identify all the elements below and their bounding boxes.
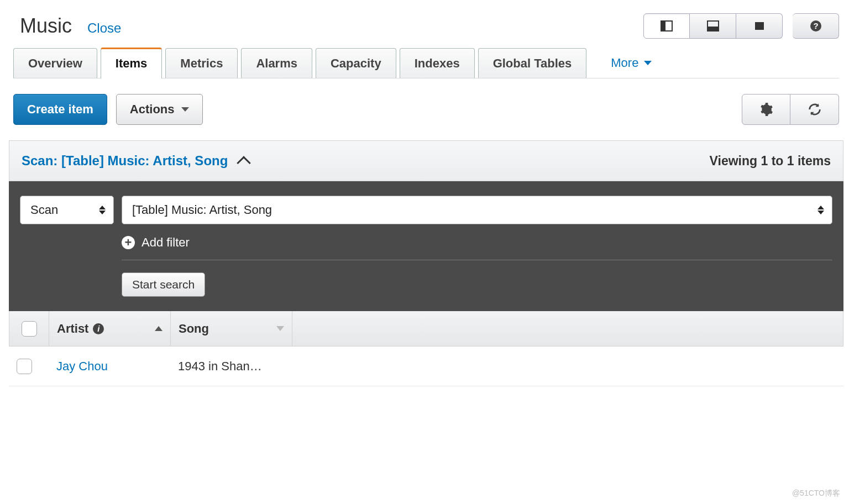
column-artist[interactable]: Artist i [49, 311, 171, 346]
plus-circle-icon: + [122, 236, 135, 249]
view-bottom-panel-button[interactable] [690, 13, 736, 39]
scan-table-value: [Table] Music: Artist, Song [132, 203, 272, 217]
table-row: Jay Chou 1943 in Shan… [9, 347, 843, 386]
add-filter-button[interactable]: + Add filter [122, 224, 832, 260]
scan-summary-toggle[interactable]: Scan: [Table] Music: Artist, Song [22, 153, 249, 169]
chevron-down-icon [181, 107, 189, 112]
column-song-label: Song [179, 322, 209, 336]
column-song[interactable]: Song [171, 311, 292, 346]
gear-icon [759, 102, 773, 117]
scan-summary-text: Scan: [Table] Music: Artist, Song [22, 153, 228, 169]
create-item-button[interactable]: Create item [13, 94, 107, 125]
help-icon: ? [809, 19, 822, 33]
tabs-more[interactable]: More [611, 48, 652, 78]
svg-text:?: ? [813, 21, 818, 30]
tab-items[interactable]: Items [101, 48, 162, 78]
checkbox-icon [17, 359, 32, 374]
chevron-up-icon [237, 156, 251, 170]
create-item-label: Create item [27, 102, 93, 117]
panel-full-icon [753, 19, 766, 33]
tab-overview[interactable]: Overview [13, 48, 97, 78]
items-toolbar: Create item Actions [13, 78, 839, 140]
svg-rect-4 [755, 22, 764, 30]
tab-global-tables[interactable]: Global Tables [478, 48, 587, 78]
scan-panel: Scan [Table] Music: Artist, Song + Add f… [9, 181, 843, 311]
svg-rect-3 [708, 27, 719, 31]
page-header: Music Close ? [13, 0, 839, 41]
tab-metrics[interactable]: Metrics [165, 48, 238, 78]
row-song-value: 1943 in Shan… [170, 359, 292, 374]
checkbox-icon [22, 321, 37, 337]
sort-inactive-icon [276, 326, 284, 331]
tab-indexes[interactable]: Indexes [400, 48, 475, 78]
viewing-count: Viewing 1 to 1 items [710, 154, 831, 169]
start-search-button[interactable]: Start search [122, 272, 205, 297]
actions-dropdown[interactable]: Actions [116, 94, 203, 125]
refresh-button[interactable] [790, 94, 839, 125]
svg-rect-1 [661, 21, 665, 31]
tab-capacity[interactable]: Capacity [316, 48, 396, 78]
select-arrows-icon [99, 206, 106, 214]
column-artist-label: Artist [57, 322, 88, 336]
row-checkbox[interactable] [9, 359, 49, 374]
scan-mode-select[interactable]: Scan [20, 196, 114, 224]
table-header: Artist i Song [9, 311, 843, 347]
actions-label: Actions [130, 102, 175, 117]
help-button[interactable]: ? [793, 13, 839, 39]
info-icon: i [93, 323, 104, 334]
select-arrows-icon [817, 206, 824, 214]
select-all-column[interactable] [9, 311, 49, 346]
add-filter-label: Add filter [142, 235, 190, 250]
tab-alarms[interactable]: Alarms [241, 48, 312, 78]
scan-summary-bar: Scan: [Table] Music: Artist, Song Viewin… [9, 140, 843, 181]
settings-button[interactable] [742, 94, 790, 125]
view-side-panel-button[interactable] [643, 13, 690, 39]
panel-left-icon [660, 19, 673, 33]
panel-bottom-icon [706, 19, 720, 33]
view-full-panel-button[interactable] [736, 13, 783, 39]
tabs-more-label: More [611, 56, 638, 70]
scan-table-select[interactable]: [Table] Music: Artist, Song [122, 196, 832, 224]
page-title: Music [20, 14, 72, 38]
tabs: Overview Items Metrics Alarms Capacity I… [13, 48, 839, 78]
view-mode-toolbar: ? [643, 13, 839, 39]
close-link[interactable]: Close [87, 20, 121, 36]
scan-mode-value: Scan [30, 203, 58, 217]
sort-asc-icon [155, 326, 163, 331]
chevron-down-icon [644, 61, 652, 65]
row-artist-link[interactable]: Jay Chou [49, 359, 170, 374]
refresh-icon [807, 102, 822, 117]
